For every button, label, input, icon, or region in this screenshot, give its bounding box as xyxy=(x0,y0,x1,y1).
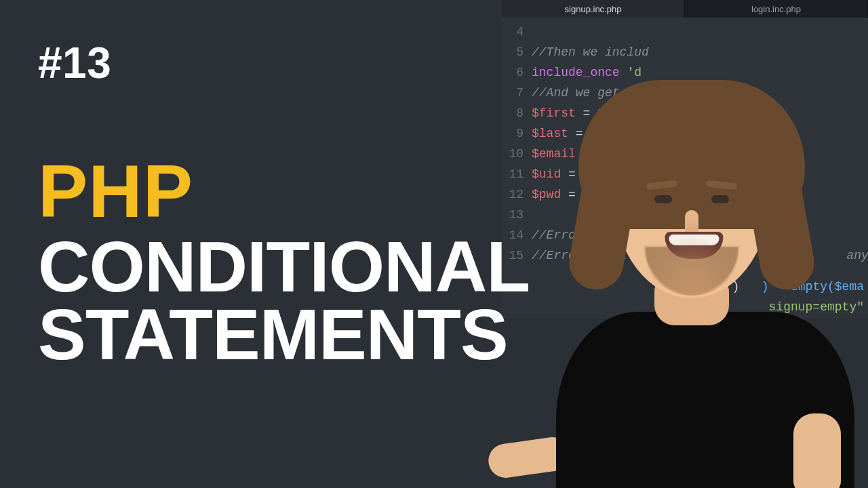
editor-tab-bar: signup.inc.php login.inc.php xyxy=(502,0,868,18)
presenter-jaw-shadow xyxy=(641,235,743,296)
presenter-head xyxy=(614,108,770,298)
tab-signup[interactable]: signup.inc.php xyxy=(502,0,685,18)
presenter-eye xyxy=(711,195,729,203)
presenter-eye xyxy=(654,195,672,203)
presenter-right-hand xyxy=(793,413,841,488)
tab-label: login.inc.php xyxy=(751,4,801,14)
episode-number: #13 xyxy=(38,38,868,88)
tab-label: signup.inc.php xyxy=(565,4,622,14)
tab-login[interactable]: login.inc.php xyxy=(685,0,868,18)
presenter-figure xyxy=(502,81,868,488)
